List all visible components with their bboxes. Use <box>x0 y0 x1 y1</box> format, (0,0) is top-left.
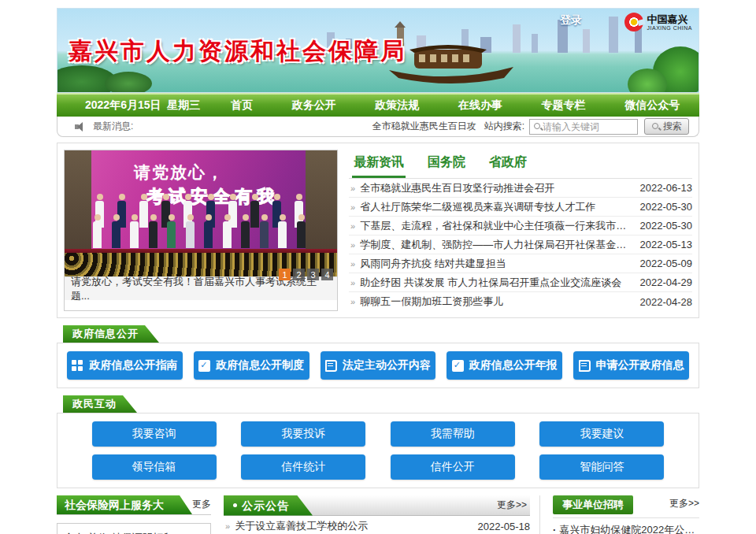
news-title[interactable]: 聊聊五一假期加班工资那些事儿 <box>360 295 632 309</box>
news-title[interactable]: 省人社厅陈荣华二级巡视员来嘉兴调研专技人才工作 <box>360 200 632 214</box>
carousel-page-button[interactable]: 1 <box>279 269 291 280</box>
announcements-more-link[interactable]: 更多>> <box>497 499 530 512</box>
interaction-button[interactable]: 我要建议 <box>539 421 664 447</box>
interaction-button[interactable]: 智能问答 <box>539 454 664 480</box>
announcement-title[interactable]: 关于设立嘉善技工学校的公示 <box>235 519 469 533</box>
doc-check-icon <box>452 360 464 372</box>
news-row[interactable]: » 下基层、走流程，省社保和就业中心主任项薇一行来我市调研 “国统” 上线情况 … <box>349 217 692 235</box>
news-tab[interactable]: 国务院 <box>426 151 467 178</box>
main-content: 请党放心， 考试安全有我 1234 请党放心，考试安全有我！首届嘉兴市人事考试系… <box>57 143 699 318</box>
recruitment-more-link[interactable]: 更多>> <box>669 497 699 514</box>
announcements-list: » 关于设立嘉善技工学校的公示 2022-05-18 » 关于公布嘉兴市人力资源… <box>224 516 530 534</box>
news-title[interactable]: 全市稳就业惠民生百日攻坚行动推进会召开 <box>360 181 632 195</box>
news-title[interactable]: 下基层、走流程，省社保和就业中心主任项薇一行来我市调研 “国统” 上线情况 <box>360 219 632 233</box>
double-arrow-icon: » <box>350 297 355 306</box>
nav-item[interactable]: 专题专栏 <box>534 98 594 113</box>
news-date: 2022-05-30 <box>640 201 693 213</box>
news-title[interactable]: 助企纾困 共谋发展 市人力社保局召开重点企业交流座谈会 <box>360 276 632 290</box>
recruitment-item[interactable]: 嘉兴市妇幼保健院2022年公开... <box>553 518 699 534</box>
site-banner: 嘉兴市人力资源和社会保障局 登录 中国嘉兴 JIAXING CHINA <box>57 8 699 93</box>
nav-item[interactable]: 首页 <box>223 98 261 113</box>
ticker-scroll-text: 全市稳就业惠民生百日攻 <box>372 120 476 133</box>
news-panel: 最新资讯国务院省政府 » 全市稳就业惠民生百日攻坚行动推进会召开 2022-06… <box>349 150 692 311</box>
carousel-page-button[interactable]: 3 <box>307 269 319 280</box>
news-date: 2022-04-28 <box>640 296 693 308</box>
announcements-column: 公示公告 更多>> » 关于设立嘉善技工学校的公示 2022-05-18 » 关… <box>224 495 540 534</box>
nav-menu: 首页政务公开政策法规在线办事专题专栏微信公众号 <box>211 98 699 113</box>
main-nav: 2022年6月15日 星期三 首页政务公开政策法规在线办事专题专栏微信公众号 <box>57 93 699 117</box>
speaker-icon <box>75 122 87 132</box>
info-disclosure-button[interactable]: 法定主动公开内容 <box>321 351 436 380</box>
interaction-button[interactable]: 信件公开 <box>391 454 515 480</box>
section-title-ribbon: 政府信息公开 <box>63 325 159 343</box>
double-arrow-icon: » <box>350 202 355 212</box>
login-link[interactable]: 登录 <box>560 13 582 28</box>
search-button[interactable]: 搜索 <box>644 118 689 135</box>
interaction-button[interactable]: 信件统计 <box>241 454 365 480</box>
news-row[interactable]: » 省人社厅陈荣华二级巡视员来嘉兴调研专技人才工作 2022-05-30 <box>349 198 692 217</box>
info-disclosure-button[interactable]: 政府信息公开年报 <box>447 351 562 380</box>
banner-tree <box>105 72 152 93</box>
book-icon <box>579 360 591 372</box>
announcement-date: 2022-05-18 <box>478 521 531 532</box>
news-date: 2022-04-29 <box>640 276 693 288</box>
interaction-section: 政民互动 我要咨询我要投诉我需帮助我要建议领导信箱信件统计信件公开智能问答 <box>57 395 699 488</box>
social-insurance-column: 社会保险网上服务大厅 更多 个人(单位)社保证明打印办事指南 <box>57 495 211 534</box>
nav-date: 2022年6月15日 星期三 <box>57 98 211 113</box>
news-row[interactable]: » 全市稳就业惠民生百日攻坚行动推进会召开 2022-06-13 <box>349 179 692 198</box>
info-disclosure-button[interactable]: 政府信息公开指南 <box>67 351 183 380</box>
info-disclosure-button[interactable]: 政府信息公开制度 <box>194 351 309 380</box>
info-disclosure-button[interactable]: 申请公开政府信息 <box>573 351 689 380</box>
site-logo: 中国嘉兴 JIAXING CHINA <box>624 13 692 32</box>
carousel-pager: 1234 <box>279 269 333 280</box>
social-insurance-more-link[interactable]: 更多 <box>192 498 211 514</box>
service-item[interactable]: 个人(单位)社保证明打印 <box>57 523 211 534</box>
recruitment-list: 嘉兴市妇幼保健院2022年公开...2022年嘉兴市属事业单位公开...2022… <box>553 518 699 534</box>
search-box <box>529 119 638 135</box>
logo-subtitle: JIAXING CHINA <box>647 25 692 31</box>
news-row[interactable]: » 聊聊五一假期加班工资那些事儿 2022-04-28 <box>349 292 692 311</box>
interaction-button[interactable]: 我要投诉 <box>241 421 365 447</box>
news-carousel: 请党放心， 考试安全有我 1234 请党放心，考试安全有我！首届嘉兴市人事考试系… <box>64 150 338 311</box>
news-row[interactable]: » 学制度、建机制、强防控——市人力社保局召开社保基金要情专题学习会 2022-… <box>349 235 692 254</box>
recruitment-column: 事业单位招聘 更多>> 嘉兴市妇幼保健院2022年公开...2022年嘉兴市属事… <box>553 495 699 534</box>
page-container: 嘉兴市人力资源和社会保障局 登录 中国嘉兴 JIAXING CHINA 2022… <box>57 8 699 534</box>
interaction-button[interactable]: 我需帮助 <box>391 421 515 447</box>
ticker-label: 最新消息: <box>93 120 133 133</box>
news-row[interactable]: » 风雨同舟齐抗疫 结对共建显担当 2022-05-09 <box>349 254 692 273</box>
news-tab[interactable]: 省政府 <box>487 151 528 178</box>
slide-people-row <box>88 221 310 248</box>
info-disclosure-buttons: 政府信息公开指南 政府信息公开制度 法定主动公开内容 政府信息公开年报 申请公开… <box>67 351 689 380</box>
banner-building <box>583 29 590 53</box>
double-arrow-icon: » <box>350 259 355 269</box>
announcement-row[interactable]: » 关于设立嘉善技工学校的公示 2022-05-18 <box>224 516 530 534</box>
nav-item[interactable]: 在线办事 <box>450 98 510 113</box>
banner-building <box>609 17 618 53</box>
carousel-page-button[interactable]: 4 <box>321 269 333 280</box>
search-icon <box>533 122 543 132</box>
nav-item[interactable]: 政务公开 <box>284 98 344 113</box>
site-search-label: 站内搜索: <box>484 120 524 133</box>
news-date: 2022-06-13 <box>640 182 693 194</box>
search-input[interactable] <box>543 121 629 132</box>
carousel-page-button[interactable]: 2 <box>293 269 305 280</box>
news-tabs: 最新资讯国务院省政府 <box>349 150 692 179</box>
double-arrow-icon: » <box>350 184 355 193</box>
site-title: 嘉兴市人力资源和社会保障局 <box>69 35 406 68</box>
carousel-slide[interactable]: 请党放心， 考试安全有我 <box>65 150 337 276</box>
nav-item[interactable]: 政策法规 <box>367 98 427 113</box>
logo-title: 中国嘉兴 <box>647 14 692 25</box>
interaction-button[interactable]: 我要咨询 <box>92 421 217 447</box>
news-title[interactable]: 风雨同舟齐抗疫 结对共建显担当 <box>360 257 632 271</box>
news-tab[interactable]: 最新资讯 <box>352 151 406 178</box>
news-row[interactable]: » 助企纾困 共谋发展 市人力社保局召开重点企业交流座谈会 2022-04-29 <box>349 273 692 292</box>
double-arrow-icon: » <box>350 221 355 231</box>
recruitment-title: 事业单位招聘 <box>553 495 633 514</box>
banner-building <box>532 34 538 53</box>
grid-icon <box>72 360 83 372</box>
nav-item[interactable]: 微信公众号 <box>617 98 687 113</box>
info-disclosure-section: 政府信息公开 政府信息公开指南 政府信息公开制度 法定主动公开内容 政府信息公开… <box>57 325 699 388</box>
doc-check-icon <box>198 360 210 372</box>
interaction-button[interactable]: 领导信箱 <box>92 454 217 480</box>
news-title[interactable]: 学制度、建机制、强防控——市人力社保局召开社保基金要情专题学习会 <box>360 238 632 252</box>
